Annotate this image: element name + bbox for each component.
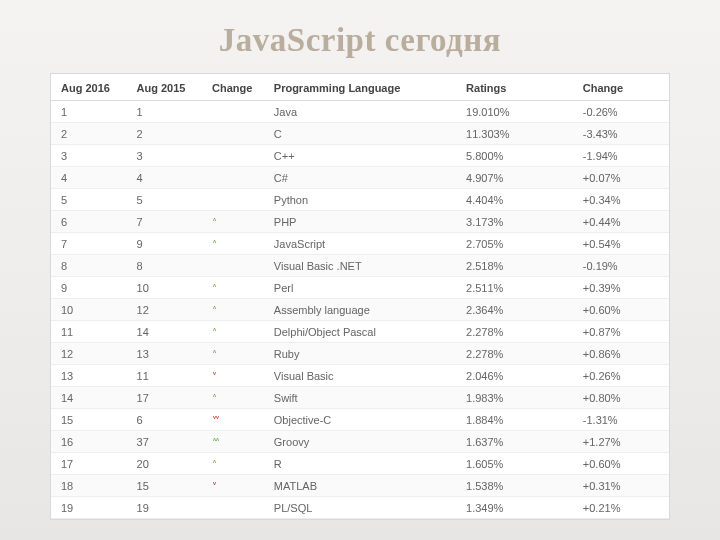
table-row: 79˄JavaScript2.705%+0.54% <box>51 233 669 255</box>
cell-rank-2015: 14 <box>127 321 203 343</box>
table-row: 88Visual Basic .NET2.518%-0.19% <box>51 255 669 277</box>
cell-rank-2015: 4 <box>127 167 203 189</box>
cell-rating: 1.983% <box>456 387 573 409</box>
table-row: 910˄Perl2.511%+0.39% <box>51 277 669 299</box>
double-up-icon: ˄˄ <box>212 438 218 448</box>
down-icon: ˅ <box>212 482 215 492</box>
cell-trend <box>202 189 264 211</box>
cell-rating: 2.511% <box>456 277 573 299</box>
cell-rank-2015: 15 <box>127 475 203 497</box>
table-row: 1417˄Swift1.983%+0.80% <box>51 387 669 409</box>
table-row: 33C++5.800%-1.94% <box>51 145 669 167</box>
cell-change: -0.19% <box>573 255 669 277</box>
cell-rating: 4.907% <box>456 167 573 189</box>
cell-trend: ˄ <box>202 321 264 343</box>
cell-rank-2015: 12 <box>127 299 203 321</box>
cell-trend: ˄ <box>202 387 264 409</box>
table-row: 1919PL/SQL1.349%+0.21% <box>51 497 669 519</box>
col-change: Change <box>573 74 669 101</box>
cell-rank-2016: 5 <box>51 189 127 211</box>
cell-rating: 1.538% <box>456 475 573 497</box>
cell-rank-2015: 9 <box>127 233 203 255</box>
cell-rank-2015: 3 <box>127 145 203 167</box>
table-row: 1114˄Delphi/Object Pascal2.278%+0.87% <box>51 321 669 343</box>
cell-language: Ruby <box>264 343 456 365</box>
cell-rank-2016: 1 <box>51 101 127 123</box>
cell-trend <box>202 167 264 189</box>
cell-rank-2016: 4 <box>51 167 127 189</box>
cell-change: +0.54% <box>573 233 669 255</box>
cell-trend: ˄˄ <box>202 431 264 453</box>
cell-rating: 2.278% <box>456 321 573 343</box>
cell-rank-2015: 17 <box>127 387 203 409</box>
up-icon: ˄ <box>212 306 215 316</box>
cell-rank-2015: 6 <box>127 409 203 431</box>
cell-trend: ˅ <box>202 365 264 387</box>
cell-rank-2015: 2 <box>127 123 203 145</box>
cell-trend <box>202 101 264 123</box>
cell-change: -3.43% <box>573 123 669 145</box>
cell-language: PHP <box>264 211 456 233</box>
cell-trend <box>202 123 264 145</box>
up-icon: ˄ <box>212 460 215 470</box>
double-down-icon: ˅˅ <box>212 416 218 426</box>
cell-rating: 4.404% <box>456 189 573 211</box>
cell-rank-2016: 18 <box>51 475 127 497</box>
cell-change: +0.21% <box>573 497 669 519</box>
cell-language: Swift <box>264 387 456 409</box>
cell-rank-2015: 11 <box>127 365 203 387</box>
table-row: 22C11.303%-3.43% <box>51 123 669 145</box>
cell-language: Groovy <box>264 431 456 453</box>
cell-language: Delphi/Object Pascal <box>264 321 456 343</box>
cell-trend: ˄ <box>202 299 264 321</box>
cell-language: PL/SQL <box>264 497 456 519</box>
cell-rank-2015: 10 <box>127 277 203 299</box>
cell-rank-2015: 1 <box>127 101 203 123</box>
slide: JavaScript сегодня Aug 2016 Aug 2015 Cha… <box>0 0 720 540</box>
cell-change: -1.31% <box>573 409 669 431</box>
cell-language: C++ <box>264 145 456 167</box>
table-row: 1815˅MATLAB1.538%+0.31% <box>51 475 669 497</box>
table-row: 1637˄˄Groovy1.637%+1.27% <box>51 431 669 453</box>
cell-change: +0.60% <box>573 453 669 475</box>
cell-language: Java <box>264 101 456 123</box>
cell-rating: 3.173% <box>456 211 573 233</box>
cell-change: +0.31% <box>573 475 669 497</box>
cell-trend: ˄ <box>202 343 264 365</box>
cell-language: Visual Basic .NET <box>264 255 456 277</box>
cell-rank-2016: 7 <box>51 233 127 255</box>
cell-rank-2015: 19 <box>127 497 203 519</box>
cell-rating: 2.278% <box>456 343 573 365</box>
table-row: 1720˄R1.605%+0.60% <box>51 453 669 475</box>
table-row: 1311˅Visual Basic2.046%+0.26% <box>51 365 669 387</box>
cell-rating: 11.303% <box>456 123 573 145</box>
table-row: 67˄PHP3.173%+0.44% <box>51 211 669 233</box>
cell-rating: 5.800% <box>456 145 573 167</box>
cell-rank-2016: 19 <box>51 497 127 519</box>
col-ratings: Ratings <box>456 74 573 101</box>
cell-change: +0.34% <box>573 189 669 211</box>
ranking-table-wrap: Aug 2016 Aug 2015 Change Programming Lan… <box>50 73 670 520</box>
cell-change: +0.60% <box>573 299 669 321</box>
cell-trend <box>202 497 264 519</box>
cell-language: R <box>264 453 456 475</box>
cell-rating: 2.518% <box>456 255 573 277</box>
table-row: 1012˄Assembly language2.364%+0.60% <box>51 299 669 321</box>
col-aug-2015: Aug 2015 <box>127 74 203 101</box>
cell-language: Perl <box>264 277 456 299</box>
cell-rank-2015: 8 <box>127 255 203 277</box>
cell-change: +0.87% <box>573 321 669 343</box>
cell-rank-2015: 7 <box>127 211 203 233</box>
cell-rating: 1.349% <box>456 497 573 519</box>
up-icon: ˄ <box>212 284 215 294</box>
cell-change: +0.39% <box>573 277 669 299</box>
cell-rating: 2.364% <box>456 299 573 321</box>
cell-rank-2015: 13 <box>127 343 203 365</box>
cell-rank-2016: 15 <box>51 409 127 431</box>
cell-language: MATLAB <box>264 475 456 497</box>
cell-rank-2016: 2 <box>51 123 127 145</box>
table-row: 1213˄Ruby2.278%+0.86% <box>51 343 669 365</box>
cell-language: Python <box>264 189 456 211</box>
cell-language: Assembly language <box>264 299 456 321</box>
ranking-table: Aug 2016 Aug 2015 Change Programming Lan… <box>51 74 669 519</box>
